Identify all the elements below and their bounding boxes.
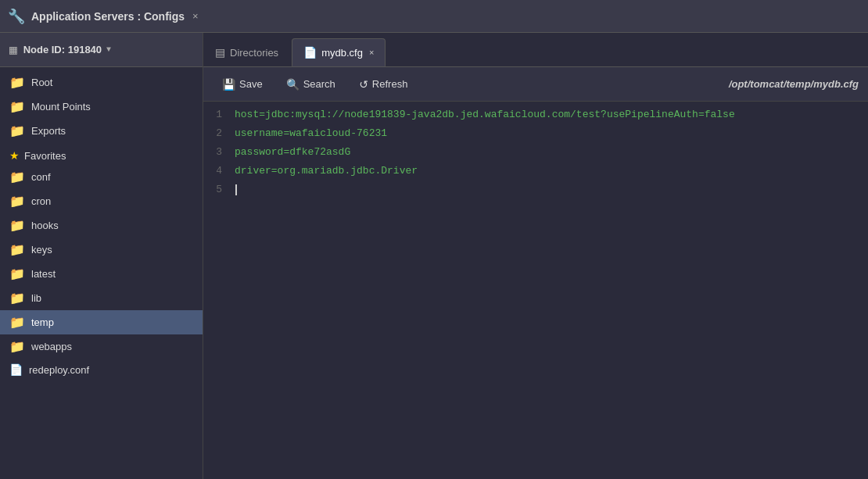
tab-mydb-cfg[interactable]: 📄 mydb.cfg ×: [292, 38, 386, 66]
folder-icon: 📁: [9, 123, 25, 138]
folder-icon: 📁: [9, 315, 25, 330]
line-number-2: 2: [203, 127, 235, 139]
star-icon: ★: [9, 149, 20, 162]
search-label: Search: [303, 78, 335, 90]
sidebar-item-label: Mount Points: [31, 101, 91, 113]
favorites-section: ★ Favorites: [0, 143, 203, 165]
folder-icon: 📁: [9, 75, 25, 90]
refresh-button[interactable]: ↻ Refresh: [350, 74, 418, 95]
folder-icon: 📁: [9, 266, 25, 281]
editor-line-1: 1 host=jdbc:mysql://node191839-java2db.j…: [203, 108, 868, 127]
folder-icon: 📁: [9, 218, 25, 233]
favorites-label: Favorites: [24, 150, 66, 162]
sidebar-item-keys[interactable]: 📁 keys: [0, 238, 203, 262]
right-panel: ▤ Directories 📄 mydb.cfg × 💾 Save 🔍 Sear…: [203, 33, 868, 479]
line-content-4: driver=org.mariadb.jdbc.Driver: [235, 165, 868, 177]
folder-icon: 📁: [9, 194, 25, 209]
line-content-5: [235, 184, 868, 195]
sidebar-item-label: conf: [31, 171, 51, 183]
toolbar: 💾 Save 🔍 Search ↻ Refresh /opt/tomcat/te…: [203, 67, 868, 102]
sidebar-item-redeploy-conf[interactable]: 📄 redeploy.conf: [0, 359, 203, 381]
tab-mydb-cfg-label: mydb.cfg: [321, 47, 363, 59]
editor-line-3: 3 password=dfke72asdG: [203, 145, 868, 164]
title-bar-text: Application Servers : Configs: [31, 10, 185, 23]
folder-icon: 📁: [9, 339, 25, 354]
node-id-label: Node ID: 191840: [23, 44, 102, 55]
grid-icon: ▦: [9, 42, 17, 58]
tab-directories[interactable]: ▤ Directories: [203, 38, 290, 66]
line-content-2: username=wafaicloud-76231: [235, 127, 868, 139]
sidebar-item-latest[interactable]: 📁 latest: [0, 262, 203, 286]
folder-icon: 📁: [9, 99, 25, 114]
editor-line-2: 2 username=wafaicloud-76231: [203, 127, 868, 145]
sidebar-item-label: cron: [31, 195, 51, 207]
editor-line-4: 4 driver=org.mariadb.jdbc.Driver: [203, 164, 868, 183]
title-bar-close-button[interactable]: ×: [192, 10, 199, 22]
sidebar-item-label: keys: [31, 244, 52, 256]
sidebar-item-label: lib: [31, 292, 41, 304]
sidebar-item-temp[interactable]: 📁 temp: [0, 310, 203, 334]
line-number-1: 1: [203, 109, 235, 120]
folder-icon: 📁: [9, 242, 25, 257]
sidebar: ▦ Node ID: 191840 ▼ 📁 Root 📁 Mount Point…: [0, 33, 203, 479]
node-bar[interactable]: ▦ Node ID: 191840 ▼: [0, 33, 203, 67]
sidebar-item-label: redeploy.conf: [29, 364, 89, 376]
sidebar-item-root[interactable]: 📁 Root: [0, 70, 203, 95]
line-content-1: host=jdbc:mysql://node191839-java2db.jed…: [235, 109, 868, 120]
node-dropdown-arrow: ▼: [106, 45, 111, 54]
save-icon: 💾: [222, 78, 235, 91]
directories-tab-icon: ▤: [215, 46, 225, 59]
file-tab-icon: 📄: [303, 46, 317, 59]
save-label: Save: [239, 78, 263, 90]
line-number-3: 3: [203, 146, 235, 158]
line-number-5: 5: [203, 184, 235, 195]
sidebar-item-lib[interactable]: 📁 lib: [0, 286, 203, 310]
sidebar-item-label: temp: [31, 316, 54, 328]
refresh-label: Refresh: [372, 78, 408, 90]
main-layout: ▦ Node ID: 191840 ▼ 📁 Root 📁 Mount Point…: [0, 33, 868, 479]
folder-icon: 📁: [9, 170, 25, 184]
sidebar-item-webapps[interactable]: 📁 webapps: [0, 334, 203, 359]
sidebar-item-hooks[interactable]: 📁 hooks: [0, 213, 203, 238]
line-content-3: password=dfke72asdG: [235, 146, 868, 158]
sidebar-item-label: Root: [31, 77, 52, 88]
sidebar-item-label: Exports: [31, 125, 66, 137]
line-number-4: 4: [203, 165, 235, 177]
sidebar-item-mount-points[interactable]: 📁 Mount Points: [0, 95, 203, 119]
refresh-icon: ↻: [359, 78, 368, 91]
tab-close-button[interactable]: ×: [369, 48, 374, 57]
tab-directories-label: Directories: [230, 47, 278, 59]
folder-icon: 📁: [9, 291, 25, 306]
editor-line-5: 5: [203, 183, 868, 202]
sidebar-item-label: latest: [31, 268, 56, 280]
wrench-icon: 🔧: [8, 8, 25, 25]
search-button[interactable]: 🔍 Search: [277, 74, 345, 95]
sidebar-item-conf[interactable]: 📁 conf: [0, 165, 203, 189]
sidebar-item-label: hooks: [31, 220, 59, 231]
save-button[interactable]: 💾 Save: [213, 74, 272, 95]
search-icon: 🔍: [286, 78, 299, 91]
sidebar-item-exports[interactable]: 📁 Exports: [0, 119, 203, 143]
file-path: /opt/tomcat/temp/mydb.cfg: [729, 78, 859, 90]
editor[interactable]: 1 host=jdbc:mysql://node191839-java2db.j…: [203, 102, 868, 479]
tab-bar: ▤ Directories 📄 mydb.cfg ×: [203, 33, 868, 67]
sidebar-item-cron[interactable]: 📁 cron: [0, 189, 203, 213]
sidebar-item-label: webapps: [31, 341, 72, 352]
file-icon: 📄: [9, 363, 23, 376]
sidebar-list: 📁 Root 📁 Mount Points 📁 Exports ★ Favori…: [0, 67, 203, 479]
title-bar: 🔧 Application Servers : Configs ×: [0, 0, 868, 33]
